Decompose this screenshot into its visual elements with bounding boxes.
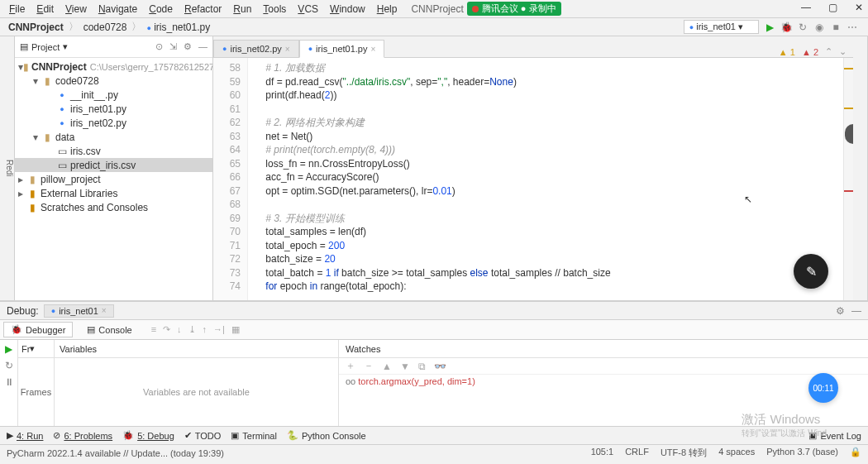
frames-selector[interactable]: Fr ▾ (18, 340, 54, 358)
menu-run[interactable]: Run (227, 2, 257, 17)
error-stripe[interactable] (843, 58, 853, 300)
tree-file-predict-csv[interactable]: ▭predict_iris.csv (15, 158, 212, 172)
close-button[interactable]: ✕ (853, 2, 865, 13)
more-icon[interactable]: ⋯ (847, 22, 858, 33)
glasses-icon[interactable]: 👓 (434, 361, 446, 372)
right-gutter[interactable] (853, 36, 868, 300)
tree-file-init[interactable]: ●__init__.py (15, 88, 212, 102)
chevron-up-icon[interactable]: ⌃ (825, 46, 832, 57)
project-tree[interactable]: ▾▮CNNProjectC:\Users\gerry_1757826125271… (15, 58, 212, 300)
tree-external-libs[interactable]: ▸▮External Libraries (15, 186, 212, 200)
rerun-icon[interactable]: ▶ (5, 343, 12, 355)
expand-icon[interactable]: ⇲ (169, 41, 177, 52)
stop-icon[interactable]: ■ (830, 22, 842, 33)
tree-file-net01[interactable]: ●iris_net01.py (15, 102, 212, 116)
tab-net01[interactable]: ●iris_net01.py× (299, 40, 385, 58)
todo-tool[interactable]: ✔ TODO (184, 430, 222, 441)
run-config-select[interactable]: ● iris_net01 ▾ (684, 20, 759, 34)
debugger-tab[interactable]: 🐞 Debugger (3, 322, 73, 337)
run-tool[interactable]: ▶ 4: Run (7, 430, 43, 441)
maximize-button[interactable]: ▢ (827, 2, 838, 13)
problems-tool[interactable]: ⊘ 6: Problems (53, 430, 112, 441)
menu-refactor[interactable]: Refactor (179, 2, 227, 17)
bottom-tool-bar: ▶ 4: Run ⊘ 6: Problems 🐞 5: Debug ✔ TODO… (0, 426, 868, 444)
error-indicator[interactable]: ▲ 2 (802, 47, 818, 57)
debug-title: Debug: (7, 305, 39, 317)
resume-icon[interactable]: ↻ (5, 360, 13, 371)
console-tab[interactable]: ▤ Console (79, 322, 139, 337)
menu-edit[interactable]: Edit (31, 2, 60, 17)
step-icon[interactable]: ≡ (151, 324, 156, 335)
tree-folder-code[interactable]: ▾▮code0728 (15, 74, 212, 88)
menu-window[interactable]: Window (324, 2, 371, 17)
run-icon[interactable]: ▶ (764, 22, 775, 33)
project-pane-title[interactable]: ▤ Project ▾ (20, 41, 68, 52)
indent[interactable]: 4 spaces (718, 447, 755, 459)
code-content[interactable]: # 1. 加载数据 df = pd.read_csv("../data/iris… (248, 58, 843, 300)
debug-controls: ▶ ↻ ⏸ (0, 340, 18, 426)
menu-code[interactable]: Code (143, 2, 179, 17)
coverage-icon[interactable]: ↻ (797, 22, 808, 33)
tree-scratches[interactable]: ▮Scratches and Consoles (15, 200, 212, 214)
add-watch-icon[interactable]: ＋ (346, 359, 355, 373)
debug-icon[interactable]: 🐞 (780, 22, 792, 33)
menu-tools[interactable]: Tools (257, 2, 292, 17)
select-opened-icon[interactable]: ⊙ (155, 41, 163, 52)
chevron-down-icon[interactable]: ⌄ (839, 46, 847, 57)
crumb-root[interactable]: CNNProject (5, 22, 67, 33)
crumb-file[interactable]: ● iris_net01.py (143, 22, 213, 33)
profile-icon[interactable]: ◉ (813, 22, 825, 33)
remove-watch-icon[interactable]: － (364, 359, 374, 373)
left-gutter[interactable]: Redi (0, 36, 15, 300)
tab-net02[interactable]: ●iris_net02.py× (213, 40, 299, 57)
tree-file-iris-csv[interactable]: ▭iris.csv (15, 144, 212, 158)
settings-icon[interactable]: ⚙ (184, 41, 192, 52)
pause-icon[interactable]: ⏸ (4, 376, 14, 388)
watches-header: Watches (339, 340, 868, 358)
close-icon[interactable]: × (370, 45, 375, 54)
line-sep[interactable]: CRLF (625, 447, 649, 459)
menu-vcs[interactable]: VCS (292, 2, 324, 17)
edit-fab-icon[interactable]: ✎ (794, 254, 828, 289)
debug-settings-icon[interactable]: ⚙ (836, 305, 845, 317)
up-icon[interactable]: ▲ (382, 361, 392, 372)
crumb-folder[interactable]: code0728 (80, 22, 131, 33)
pyconsole-tool[interactable]: 🐍 Python Console (287, 430, 366, 441)
menu-navigate[interactable]: Navigate (93, 2, 143, 17)
line-gutter: 5859606162636465666768697071727374 (213, 58, 248, 300)
debug-session-tab[interactable]: ●iris_net01 × (44, 304, 114, 318)
tree-root[interactable]: ▾▮CNNProjectC:\Users\gerry_1757826125271… (15, 60, 212, 74)
lock-icon[interactable]: 🔒 (850, 447, 861, 459)
menu-help[interactable]: Help (371, 2, 403, 17)
project-tool-window: ▤ Project ▾ ⊙ ⇲ ⚙ — ▾▮CNNProjectC:\Users… (15, 36, 213, 300)
menu-view[interactable]: View (60, 2, 93, 17)
caret-pos[interactable]: 105:1 (591, 447, 614, 459)
watch-expression[interactable]: oo torch.argmax(y_pred, dim=1) (339, 375, 868, 388)
tree-file-net02[interactable]: ●iris_net02.py (15, 116, 212, 130)
terminal-tool[interactable]: ▣ Terminal (231, 430, 277, 441)
menu-file[interactable]: File (3, 2, 31, 17)
hide-icon[interactable]: — (198, 41, 207, 52)
copy-icon[interactable]: ⧉ (418, 361, 426, 372)
code-area[interactable]: 5859606162636465666768697071727374 # 1. … (213, 58, 853, 300)
step-into-my-icon[interactable]: ⤓ (188, 324, 196, 335)
down-icon[interactable]: ▼ (400, 361, 410, 372)
close-icon[interactable]: × (285, 45, 290, 54)
evaluate-icon[interactable]: ▦ (231, 324, 240, 335)
step-over-icon[interactable]: ↷ (163, 324, 170, 335)
event-log[interactable]: ▣ Event Log (808, 430, 861, 441)
interpreter[interactable]: Python 3.7 (base) (766, 447, 838, 459)
tree-folder-data[interactable]: ▾▮data (15, 130, 212, 144)
step-out-icon[interactable]: ↑ (203, 324, 207, 335)
encoding[interactable]: UTF-8 转到 (661, 447, 707, 459)
editor-tabs: ●iris_net02.py× ●iris_net01.py× ▲ 1 ▲ 2 … (213, 36, 853, 58)
tree-folder-pillow[interactable]: ▸▮pillow_project (15, 172, 212, 186)
warning-indicator[interactable]: ▲ 1 (779, 47, 795, 57)
status-message[interactable]: PyCharm 2022.1.4 available // Update... … (7, 448, 224, 458)
run-to-cursor-icon[interactable]: →| (213, 324, 225, 335)
debug-tool[interactable]: 🐞 5: Debug (122, 430, 174, 441)
minimize-button[interactable]: — (800, 2, 812, 13)
debug-hide-icon[interactable]: — (851, 305, 861, 317)
step-into-icon[interactable]: ↓ (177, 324, 182, 335)
side-handle-icon[interactable] (845, 124, 853, 144)
